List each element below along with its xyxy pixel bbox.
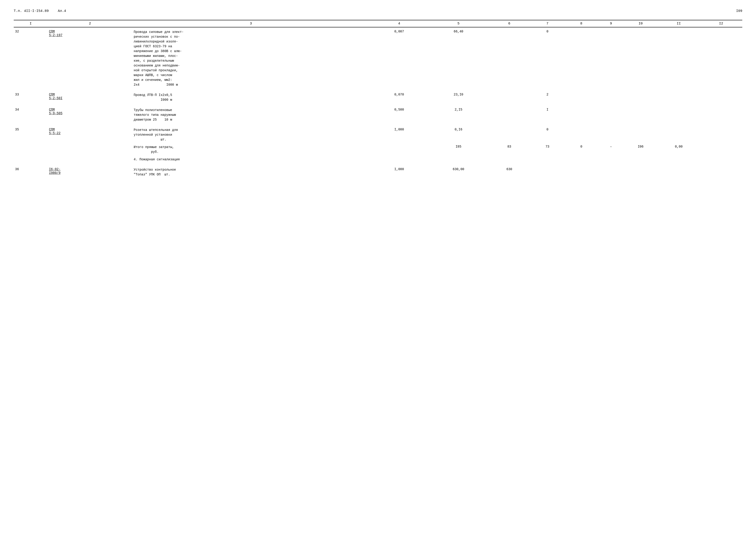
cell-row0-col4: 66,40 [429, 27, 488, 88]
cell-row5-col6 [531, 155, 564, 163]
cell-row2-col10 [657, 105, 700, 123]
cell-row3-col2: Розетка штепсельная для утопленной устан… [132, 125, 370, 143]
cell-row2-col7 [564, 105, 598, 123]
col-header-4: 4 [370, 20, 429, 27]
cell-row2-col6: I [531, 105, 564, 123]
cell-row5-col2: 4. Пожарная сигнализация [132, 155, 370, 163]
col-header-7: 7 [531, 20, 564, 27]
cell-row0-col1: СПМ 5-2-197 [48, 27, 132, 88]
sheet-label: Ал.4 [58, 9, 66, 13]
cell-row4-col3 [370, 143, 429, 155]
cell-row4-col5: 83 [488, 143, 530, 155]
cell-row1-col1: СПМ 5-2-50I [48, 91, 132, 103]
cell-row1-col0: 33 [14, 91, 48, 103]
cell-row4-col10: 0,00 [657, 143, 700, 155]
cell-row4-col9: I06 [624, 143, 657, 155]
cell-row0-col11 [700, 27, 742, 88]
cell-row4-col7: 0 [564, 143, 598, 155]
cell-row2-col2: Трубы полиэтиленовые тяжелого типа наруж… [132, 105, 370, 123]
cell-row1-col10 [657, 91, 700, 103]
cell-row6-col2: Устройство контрольное "Топаз" УПК ОП шт… [132, 165, 370, 178]
cell-row1-col2: Провод ЛТВ-П Ix2x0,5 I000 м [132, 91, 370, 103]
cell-row1-col11 [700, 91, 742, 103]
col-header-1: I [14, 20, 48, 27]
cell-row6-col1: I6-02- I980/9 [48, 165, 132, 178]
table-row: 34СПМ 5-9-505Трубы полиэтиленовые тяжело… [14, 105, 742, 123]
table-row: 35СПМ 5-5-22Розетка штепсельная для утоп… [14, 125, 742, 143]
cell-row2-col8 [598, 105, 624, 123]
cell-row1-col6: 2 [531, 91, 564, 103]
cell-row6-col3: I,000 [370, 165, 429, 178]
cell-row3-col11 [700, 125, 742, 143]
cell-row1-col3: 0,070 [370, 91, 429, 103]
col-header-12: I2 [700, 20, 742, 27]
doc-type: Т.п. 4II-I-I54.89 [14, 9, 49, 13]
cell-row3-col5 [488, 125, 530, 143]
cell-row5-col4 [429, 155, 488, 163]
cell-row6-col6 [531, 165, 564, 178]
table-row: 33СПМ 5-2-50IПровод ЛТВ-П Ix2x0,5 I000 м… [14, 91, 742, 103]
table-row: 36I6-02- I980/9Устройство контрольное "Т… [14, 165, 742, 178]
table-row: 4. Пожарная сигнализация [14, 155, 742, 163]
cell-row4-col0 [14, 143, 48, 155]
cell-row3-col10 [657, 125, 700, 143]
cell-row2-col0: 34 [14, 105, 48, 123]
cell-row6-col4: 630,00 [429, 165, 488, 178]
cell-row2-col1: СПМ 5-9-505 [48, 105, 132, 123]
cell-row2-col11 [700, 105, 742, 123]
cell-row2-col9 [624, 105, 657, 123]
cell-row0-col0: 32 [14, 27, 48, 88]
cell-row5-col3 [370, 155, 429, 163]
column-header-row: I 2 3 4 5 6 7 8 9 I0 II I2 [14, 20, 742, 27]
cell-row3-col0: 35 [14, 125, 48, 143]
col-header-3: 3 [132, 20, 370, 27]
col-header-10: I0 [624, 20, 657, 27]
cell-row4-col11 [700, 143, 742, 155]
col-header-8: 8 [564, 20, 598, 27]
cell-row6-col11 [700, 165, 742, 178]
col-header-9: 9 [598, 20, 624, 27]
col-header-11: II [657, 20, 700, 27]
col-header-2: 2 [48, 20, 132, 27]
cell-row0-col5 [488, 27, 530, 88]
cell-row4-col6: 73 [531, 143, 564, 155]
cell-row0-col2: Провода силовые для элект- рических уста… [132, 27, 370, 88]
cell-row0-col9 [624, 27, 657, 88]
header-left: Т.п. 4II-I-I54.89 Ал.4 [14, 9, 66, 13]
cell-row5-col7 [564, 155, 598, 163]
cell-row3-col9 [624, 125, 657, 143]
cell-row6-col7 [564, 165, 598, 178]
cell-row2-col3: 0,500 [370, 105, 429, 123]
cell-row4-col8: – [598, 143, 624, 155]
cell-row5-col8 [598, 155, 624, 163]
cell-row5-col5 [488, 155, 530, 163]
col-header-5: 5 [429, 20, 488, 27]
cell-row2-col4: 2,I5 [429, 105, 488, 123]
cell-row1-col5 [488, 91, 530, 103]
cell-row1-col8 [598, 91, 624, 103]
cell-row6-col9 [624, 165, 657, 178]
spacer-row [14, 163, 742, 165]
cell-row5-col9 [624, 155, 657, 163]
cell-row3-col3: I,000 [370, 125, 429, 143]
cell-row3-col1: СПМ 5-5-22 [48, 125, 132, 143]
cell-row3-col8 [598, 125, 624, 143]
table-row: Итого прямые затраты, руб.I8583730–I060,… [14, 143, 742, 155]
cell-row0-col3: 0,007 [370, 27, 429, 88]
cell-row1-col4: 23,I0 [429, 91, 488, 103]
cell-row5-col0 [14, 155, 48, 163]
cell-row4-col2: Итого прямые затраты, руб. [132, 143, 370, 155]
col-header-6: 6 [488, 20, 530, 27]
cell-row6-col8 [598, 165, 624, 178]
cell-row1-col9 [624, 91, 657, 103]
cell-row5-col10 [657, 155, 700, 163]
spacer-row [14, 103, 742, 105]
page-header: Т.п. 4II-I-I54.89 Ал.4 I09 [14, 9, 742, 13]
cell-row0-col6: 0 [531, 27, 564, 88]
cell-row6-col0: 36 [14, 165, 48, 178]
cell-row1-col7 [564, 91, 598, 103]
cell-row0-col8 [598, 27, 624, 88]
main-table: I 2 3 4 5 6 7 8 9 I0 II I2 32СПМ 5-2-197… [14, 20, 742, 178]
page-number: I09 [736, 9, 742, 13]
cell-row3-col6: 0 [531, 125, 564, 143]
